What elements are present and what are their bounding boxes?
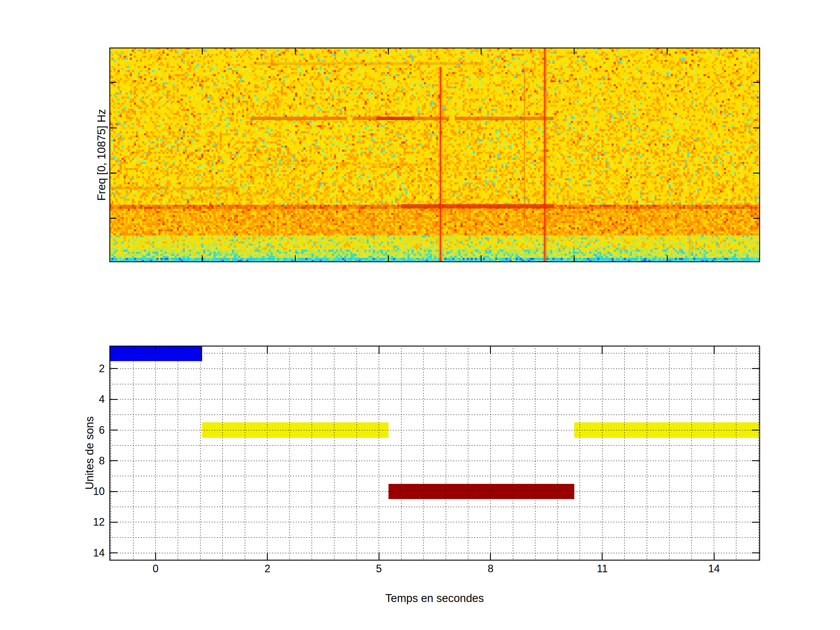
grid-hline [109,399,760,399]
spec-y-tick [109,218,116,219]
x-tick [714,553,715,561]
y-tick [109,553,118,553]
grid-vline [557,346,558,561]
grid-vline [133,346,134,561]
x-tick-label: 0 [135,563,176,575]
grid-vline [579,346,580,561]
grid-vline [311,346,312,561]
x-tick-label: 8 [470,563,511,575]
x-tick-label: 2 [247,563,288,575]
grid-vline [379,346,379,561]
grid-vline [624,346,625,561]
units-xlabel: Temps en secondes [347,592,522,605]
x-tick-mirror [267,346,268,354]
grid-vline [267,346,267,561]
x-tick [602,553,603,561]
grid-vline [446,346,446,561]
x-tick [155,553,156,561]
grid-vline [289,346,290,561]
spec-x-tick [574,255,575,262]
grid-hline [109,507,760,507]
grid-vline [245,346,245,561]
matlab-figure: { "figure": { "background": "#ffffff", "… [0,0,840,630]
spectrogram-image [109,47,760,262]
units-axes-frame [109,346,760,561]
y-tick [109,522,118,523]
spec-x-tick [295,255,296,262]
spec-y-tick-mirror [753,173,760,174]
y-tick-mirror [752,460,760,461]
grid-vline [714,346,714,561]
spec-x-tick [202,255,203,262]
grid-vline [178,346,178,561]
y-tick-label: 2 [61,363,105,374]
grid-vline [758,346,759,561]
spec-y-tick-mirror [753,128,760,128]
y-tick [109,429,118,431]
grid-vline [647,346,647,561]
spec-x-tick-mirror [667,47,668,55]
grid-hline [109,384,760,384]
grid-vline [513,346,513,561]
y-tick [109,460,118,461]
spec-y-tick [109,173,116,174]
grid-hline [109,445,760,446]
spec-x-tick [481,255,482,262]
grid-hline [109,368,760,369]
grid-vline [357,346,357,561]
grid-hline [109,461,760,461]
grid-vline [423,346,424,561]
spec-x-tick-mirror [295,47,296,55]
y-tick-mirror [752,429,760,431]
x-tick [379,553,379,561]
grid-hline [109,522,760,523]
y-tick-mirror [752,368,760,369]
spectrogram-plot [109,47,760,262]
grid-hline [109,353,760,354]
y-tick-label: 14 [61,547,105,559]
grid-vline [691,346,692,561]
grid-hline [109,491,760,492]
y-tick-mirror [752,522,760,523]
spec-x-tick [667,255,668,262]
y-tick [109,368,118,369]
y-tick [109,399,118,400]
x-tick-label: 5 [358,563,399,575]
grid-vline [334,346,335,561]
grid-vline [222,346,223,561]
y-tick-label: 6 [61,425,105,436]
grid-vline [401,346,402,561]
grid-vline [111,346,111,561]
y-tick [109,491,118,492]
spec-x-tick [388,255,389,262]
y-tick-mirror [752,553,760,553]
spec-x-tick-mirror [574,47,575,55]
grid-vline [736,346,736,561]
spec-x-tick-mirror [388,47,389,55]
y-tick-label: 10 [61,486,105,497]
spectrogram-ylabel: Freq [0, 10875] Hz [95,109,108,201]
units-plot [109,346,760,561]
grid-hline [109,430,760,431]
x-tick-label: 14 [693,563,734,575]
grid-vline [602,346,603,561]
x-tick-mirror [490,346,491,354]
grid-vline [468,346,468,561]
grid-hline [109,537,760,538]
spec-y-tick-mirror [753,218,760,219]
grid-vline [535,346,535,561]
spec-y-tick [109,82,116,83]
spec-y-tick-mirror [753,82,760,83]
spec-y-tick [109,128,116,128]
y-tick-mirror [752,491,760,492]
grid-vline [155,346,156,561]
grid-hline [109,476,760,476]
grid-hline [109,553,760,553]
y-tick-label: 12 [61,516,105,528]
y-tick-mirror [752,399,760,400]
x-tick-mirror [155,346,156,354]
grid-vline [669,346,669,561]
y-tick-label: 8 [61,455,105,467]
x-tick [267,553,268,561]
grid-vline [490,346,491,561]
